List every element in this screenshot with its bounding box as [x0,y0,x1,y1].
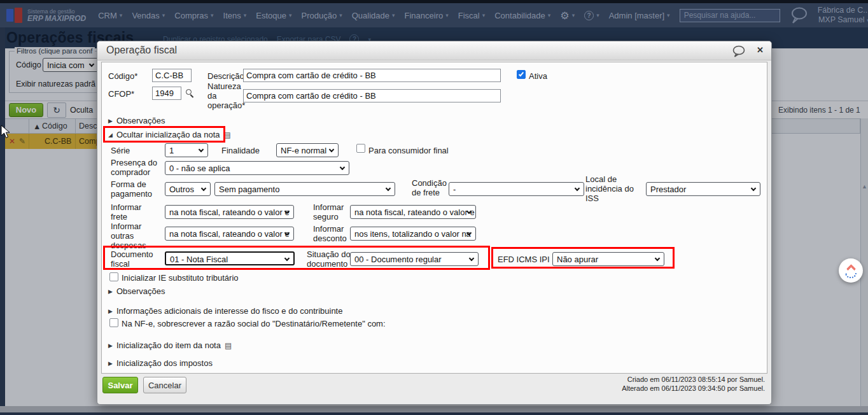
informar-desconto-label: Informar desconto [313,224,354,243]
dialog-chat-icon[interactable] [732,45,746,57]
section-observacoes-1[interactable]: ▶ Observações [108,116,165,125]
section-init-impostos[interactable]: ▶ Inicialização dos impostos [108,358,213,368]
chevron-down-icon [575,186,580,191]
presenca-label: Presença do comprador [111,158,162,177]
chevron-down-icon [469,256,474,261]
efd-icms-ipi-select[interactable]: Não apurar [552,252,664,266]
ie-substituto-label: Inicializar IE substituto tributário [122,273,239,283]
outras-despesas-label: Informar outras despesas [111,222,151,250]
serie-label: Série [111,146,130,155]
nfe-sobrescrever-label: Na NF-e, sobrescrever a razão social do … [122,319,386,328]
chevron-down-icon [655,256,660,261]
local-iss-select[interactable]: Prestador [646,182,760,196]
triangle-collapsed-icon: ▶ [108,288,113,295]
chevron-down-icon [284,256,290,261]
section-ocultar-inicializacao[interactable]: ◢ Ocultar inicialização da nota ▤ [108,130,231,139]
chevron-down-icon [340,165,345,170]
chevron-down-icon [201,186,206,191]
alterado-em: Alterado em 06/11/2023 09:34:50 por Samu… [622,384,765,393]
natureza-input[interactable]: Compra com cartão de crédito - BB [243,89,501,102]
operacao-fiscal-dialog: Operação fiscal ✕ Código* C.C-BB Descriç… [97,41,772,405]
audit-timestamps: Criado em 06/11/2023 08:55:14 por Samuel… [622,375,765,393]
chevron-down-icon [386,186,391,191]
dialog-title: Operação fiscal [106,45,177,56]
finalidade-select[interactable]: NF-e normal [276,143,339,157]
mouse-cursor [1,125,12,140]
descricao-label: Descrição* [207,71,248,81]
search-icon[interactable] [186,89,195,98]
informar-seguro-select[interactable]: na nota fiscal, rateando o valor e [350,205,476,219]
salvar-button[interactable]: Salvar [102,377,138,393]
local-iss-label: Local de incidência do ISS [585,174,640,203]
criado-em: Criado em 06/11/2023 08:55:14 por Samuel… [622,375,765,384]
informar-seguro-label: Informar seguro [313,202,351,222]
triangle-expanded-icon: ◢ [108,132,113,138]
dialog-form: Código* C.C-BB Descrição* Compra com car… [101,62,767,374]
documento-fiscal-label: Documento fiscal [111,250,160,269]
chevron-down-icon [329,147,334,152]
outras-despesas-select[interactable]: na nota fiscal, rateando o valor e [165,227,294,241]
informar-frete-select[interactable]: na nota fiscal, rateando o valor e [165,205,294,219]
close-icon[interactable]: ✕ [757,45,764,55]
consumidor-final-label: Para consumidor final [368,146,449,155]
nfe-sobrescrever-checkbox[interactable] [109,318,118,327]
informar-desconto-select[interactable]: nos itens, totalizando o valor na [350,227,476,241]
codigo-label: Código* [108,71,137,81]
serie-select[interactable]: 1 [165,143,208,157]
triangle-collapsed-icon: ▶ [108,342,113,349]
triangle-collapsed-icon: ▶ [108,118,113,124]
descricao-input[interactable]: Compra com cartão de crédito - BB [243,69,501,82]
cfop-input[interactable]: 1949 [152,87,181,100]
support-widget-button[interactable] [839,258,863,283]
cfop-label: CFOP* [108,89,134,99]
screen: Sistema de gestão ERP MAXIPROD CRM▾ Vend… [0,0,868,415]
chevron-down-icon [751,186,756,191]
forma-pagamento-select-1[interactable]: Outros [165,182,211,196]
forma-pagamento-select-2[interactable]: Sem pagamento [214,182,395,196]
ativa-label: Ativa [529,71,547,81]
widget-arc-icon [845,273,857,278]
chevron-down-icon [199,147,204,152]
triangle-collapsed-icon: ▶ [108,360,113,367]
cancelar-button[interactable]: Cancelar [143,377,186,393]
documento-fiscal-select[interactable]: 01 - Nota Fiscal [165,251,295,265]
triangle-collapsed-icon: ▶ [108,308,113,314]
consumidor-final-checkbox[interactable] [356,144,365,153]
section-info-adicionais[interactable]: ▶ Informações adicionais de interesse do… [108,306,342,316]
ativa-checkbox[interactable] [517,70,526,79]
presenca-select[interactable]: 0 - não se aplica [165,161,349,175]
section-observacoes-2[interactable]: ▶ Observações [108,286,165,296]
document-icon: ▤ [225,341,232,350]
informar-frete-label: Informar frete [111,202,149,222]
forma-pagamento-label: Forma de pagamento [111,179,162,199]
widget-chevron-icon [846,264,856,274]
situacao-documento-select[interactable]: 00 - Documento regular [350,252,479,266]
finalidade-label: Finalidade [221,146,260,155]
codigo-input[interactable]: C.C-BB [152,69,192,82]
situacao-documento-label: Situação do documento [307,250,356,269]
document-icon: ▤ [224,130,231,139]
efd-icms-ipi-label: EFD ICMS IPI [498,255,550,264]
condicao-frete-select[interactable]: - [449,182,584,196]
dialog-titlebar[interactable]: Operação fiscal ✕ [97,41,771,60]
natureza-label: Natureza da operação* [207,81,247,110]
section-init-item[interactable]: ▶ Inicialização do item da nota ▤ [108,341,232,350]
condicao-frete-label: Condição de frete [412,178,451,197]
ie-substituto-checkbox[interactable] [109,272,118,281]
